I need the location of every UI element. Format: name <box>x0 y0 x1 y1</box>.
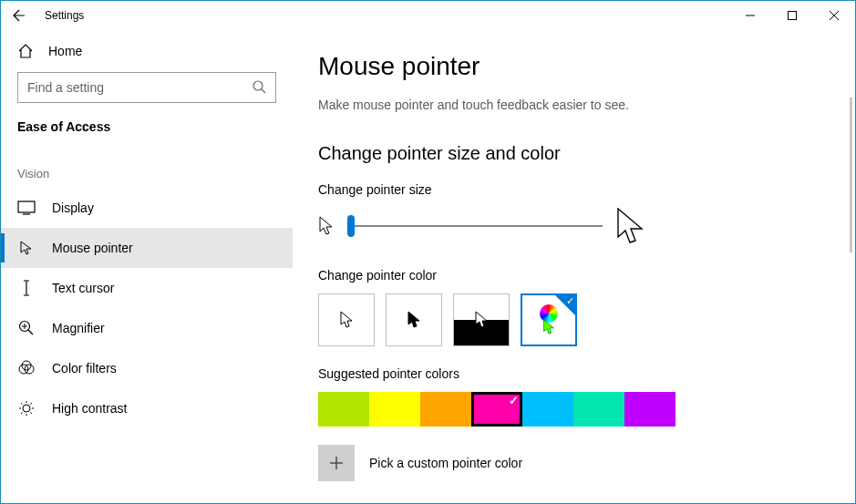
sidebar-item-high-contrast[interactable]: High contrast <box>1 388 293 428</box>
pointer-color-inverted[interactable] <box>453 293 510 346</box>
suggested-color-swatch[interactable] <box>471 392 522 427</box>
pointer-size-label: Change pointer size <box>318 182 819 197</box>
sidebar-item-mouse-pointer[interactable]: Mouse pointer <box>1 228 293 268</box>
color-filters-icon <box>17 359 36 377</box>
svg-rect-4 <box>18 201 35 212</box>
sidebar-item-text-cursor[interactable]: Text cursor <box>1 268 293 308</box>
search-input[interactable]: Find a setting <box>17 72 276 103</box>
suggested-color-swatch[interactable] <box>318 392 369 427</box>
sidebar-item-color-filters[interactable]: Color filters <box>1 348 293 388</box>
pick-custom-color-label: Pick a custom pointer color <box>369 456 522 470</box>
sidebar-item-display[interactable]: Display <box>1 188 293 228</box>
slider-thumb[interactable] <box>347 215 355 237</box>
home-icon <box>17 43 34 59</box>
home-nav[interactable]: Home <box>1 30 293 72</box>
suggested-color-swatch[interactable] <box>573 392 624 427</box>
suggested-color-swatch[interactable] <box>369 392 420 427</box>
search-icon <box>252 79 266 97</box>
pointer-color-white[interactable] <box>318 293 375 346</box>
sidebar-item-label: Display <box>52 201 94 215</box>
small-cursor-icon <box>318 216 335 236</box>
group-label: Vision <box>1 150 293 188</box>
suggested-color-swatch[interactable] <box>420 392 471 427</box>
sidebar-item-label: Text cursor <box>52 281 114 295</box>
svg-line-19 <box>31 413 33 415</box>
sidebar: Home Find a setting Ease of Access Visio… <box>1 30 293 503</box>
sidebar-item-label: Magnifier <box>52 321 105 335</box>
pointer-size-slider[interactable] <box>347 215 603 237</box>
svg-rect-1 <box>789 12 797 20</box>
large-cursor-icon <box>615 208 646 244</box>
svg-point-2 <box>253 81 263 90</box>
pointer-color-custom[interactable]: ✓ <box>521 293 577 346</box>
suggested-colors-label: Suggested pointer colors <box>318 366 819 381</box>
pointer-color-black[interactable] <box>386 293 442 346</box>
search-placeholder: Find a setting <box>27 80 104 95</box>
minimize-button[interactable] <box>729 1 771 30</box>
home-label: Home <box>48 44 82 58</box>
close-button[interactable] <box>813 1 855 30</box>
back-button[interactable] <box>8 5 30 26</box>
titlebar: Settings <box>1 1 855 30</box>
high-contrast-icon <box>17 399 36 417</box>
category-heading: Ease of Access <box>1 119 293 150</box>
svg-line-20 <box>21 413 23 415</box>
svg-line-21 <box>31 403 33 405</box>
magnifier-icon <box>17 319 36 337</box>
page-title: Mouse pointer <box>318 52 819 81</box>
check-icon: ✓ <box>566 295 574 307</box>
svg-line-7 <box>28 330 33 334</box>
suggested-color-swatch[interactable] <box>624 392 676 427</box>
window-title: Settings <box>45 9 84 22</box>
svg-line-3 <box>262 89 265 93</box>
pick-custom-color-button[interactable] <box>318 445 355 481</box>
sidebar-item-magnifier[interactable]: Magnifier <box>1 308 293 348</box>
suggested-color-swatch[interactable] <box>522 392 573 427</box>
section-heading: Change pointer size and color <box>318 143 819 164</box>
pointer-color-label: Change pointer color <box>318 268 819 283</box>
mouse-pointer-icon <box>17 239 36 257</box>
sidebar-item-label: High contrast <box>52 401 127 416</box>
svg-line-18 <box>21 403 23 405</box>
page-subtitle: Make mouse pointer and touch feedback ea… <box>318 98 819 112</box>
display-icon <box>17 199 36 217</box>
main-panel: Mouse pointer Make mouse pointer and tou… <box>293 30 855 503</box>
svg-point-13 <box>23 405 30 412</box>
maximize-button[interactable] <box>771 1 813 30</box>
suggested-colors-row <box>318 392 819 427</box>
sidebar-item-label: Color filters <box>52 361 117 375</box>
scrollbar[interactable] <box>850 98 852 252</box>
text-cursor-icon <box>17 279 36 297</box>
sidebar-item-label: Mouse pointer <box>52 241 133 255</box>
